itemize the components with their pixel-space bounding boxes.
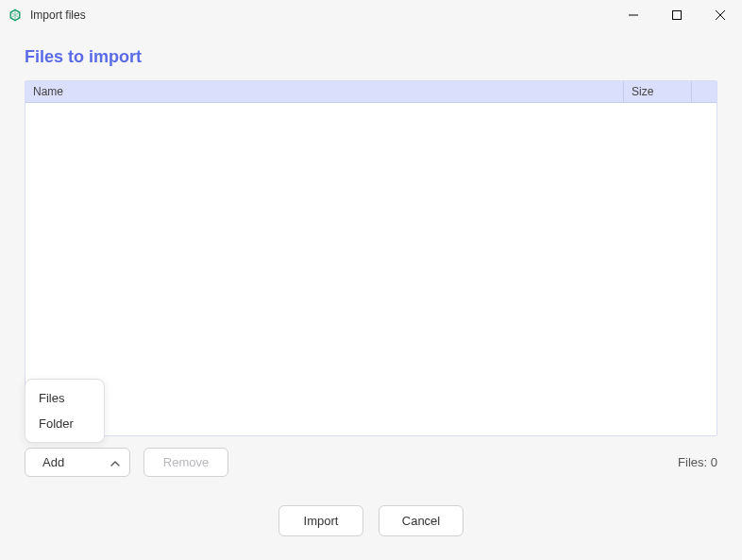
files-count-value: 0: [711, 455, 717, 469]
window-controls: [612, 0, 742, 30]
import-button[interactable]: Import: [278, 505, 363, 536]
minimize-icon: [629, 10, 638, 20]
chevron-up-icon: [110, 455, 120, 469]
actions-row: Files Folder Add Remove Files: 0: [25, 448, 717, 477]
cancel-button[interactable]: Cancel: [379, 505, 464, 536]
minimize-button[interactable]: [612, 0, 655, 30]
titlebar: Import files: [0, 0, 742, 30]
popup-item-files[interactable]: Files: [25, 385, 104, 411]
column-header-spacer: [692, 81, 717, 102]
close-icon: [716, 10, 725, 20]
app-icon: [8, 8, 23, 23]
column-header-name[interactable]: Name: [25, 81, 624, 102]
page-title: Files to import: [25, 47, 717, 67]
add-button-label: Add: [42, 455, 64, 469]
add-button[interactable]: Add: [25, 448, 130, 477]
remove-button[interactable]: Remove: [143, 448, 228, 477]
table-header: Name Size: [25, 81, 717, 103]
svg-rect-1: [673, 11, 682, 20]
maximize-icon: [672, 10, 682, 20]
dialog-footer: Import Cancel: [25, 505, 717, 536]
close-button[interactable]: [699, 0, 742, 30]
popup-item-folder[interactable]: Folder: [25, 411, 104, 436]
files-count: Files: 0: [678, 455, 717, 469]
files-table: Name Size: [25, 80, 717, 436]
column-header-size[interactable]: Size: [624, 81, 692, 102]
add-popup-menu: Files Folder: [25, 379, 105, 443]
window-title: Import files: [30, 8, 86, 22]
maximize-button[interactable]: [655, 0, 699, 30]
table-body[interactable]: [25, 103, 717, 435]
files-count-label: Files:: [678, 455, 707, 469]
